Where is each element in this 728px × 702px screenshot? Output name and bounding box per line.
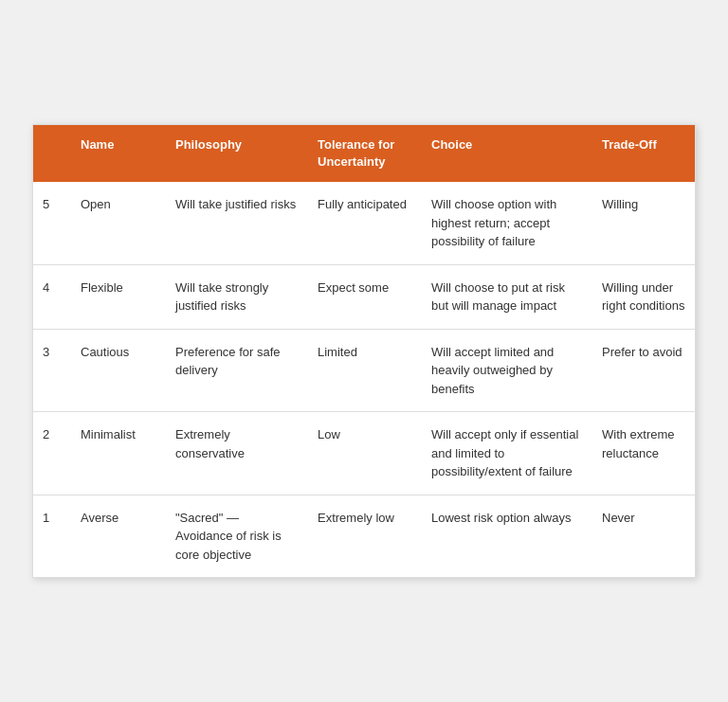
header-col-choice: Choice — [422, 125, 592, 182]
header-col-tolerance: Tolerance for Uncertainty — [308, 125, 422, 182]
cell-philosophy: Extremely conservative — [166, 412, 308, 495]
cell-number: 3 — [33, 330, 71, 412]
cell-choice: Will choose to put at risk but will mana… — [422, 265, 592, 329]
table-row: 1Averse"Sacred" — Avoidance of risk is c… — [33, 495, 695, 578]
table-row: 5OpenWill take justified risksFully anti… — [33, 182, 695, 265]
cell-name: Averse — [71, 495, 166, 578]
cell-name: Flexible — [71, 265, 166, 329]
cell-name: Minimalist — [71, 412, 166, 495]
header-col-name: Name — [71, 125, 166, 182]
cell-number: 2 — [33, 412, 71, 495]
table-body: 5OpenWill take justified risksFully anti… — [33, 182, 695, 577]
header-col-tradeoff: Trade-Off — [592, 125, 696, 182]
cell-philosophy: "Sacred" — Avoidance of risk is core obj… — [166, 495, 308, 578]
risk-table: Name Philosophy Tolerance for Uncertaint… — [32, 124, 696, 578]
cell-tolerance: Low — [308, 412, 422, 495]
cell-tradeoff: Never — [592, 495, 696, 578]
cell-tolerance: Expect some — [308, 265, 422, 329]
cell-number: 4 — [33, 265, 71, 329]
cell-number: 1 — [33, 495, 71, 578]
cell-choice: Will accept only if essential and limite… — [422, 412, 592, 495]
cell-choice: Will choose option with highest return; … — [422, 182, 592, 264]
cell-tradeoff: Willing under right conditions — [592, 265, 696, 329]
cell-choice: Will accept limited and heavily outweigh… — [422, 330, 592, 412]
cell-name: Cautious — [71, 330, 166, 412]
cell-name: Open — [71, 182, 166, 264]
cell-choice: Lowest risk option always — [422, 495, 592, 578]
cell-tolerance: Extremely low — [308, 495, 422, 578]
cell-number: 5 — [33, 182, 71, 264]
cell-philosophy: Will take justified risks — [166, 182, 308, 264]
header-col-philosophy: Philosophy — [166, 125, 308, 182]
cell-philosophy: Preference for safe delivery — [166, 330, 308, 412]
table-header: Name Philosophy Tolerance for Uncertaint… — [33, 125, 695, 182]
table-row: 2MinimalistExtremely conservativeLowWill… — [33, 412, 695, 495]
table-row: 4FlexibleWill take strongly justified ri… — [33, 265, 695, 330]
cell-tradeoff: With extreme reluctance — [592, 412, 696, 495]
cell-tradeoff: Prefer to avoid — [592, 330, 696, 412]
cell-philosophy: Will take strongly justified risks — [166, 265, 308, 329]
cell-tolerance: Fully anticipated — [308, 182, 422, 264]
header-col-num — [33, 125, 71, 182]
cell-tolerance: Limited — [308, 330, 422, 412]
cell-tradeoff: Willing — [592, 182, 696, 264]
table-row: 3CautiousPreference for safe deliveryLim… — [33, 330, 695, 413]
